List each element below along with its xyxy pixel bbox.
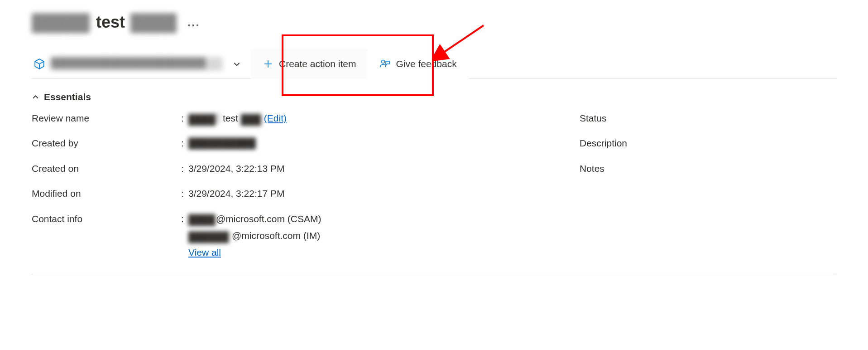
row-description: Description (580, 136, 836, 150)
label-description: Description (580, 136, 729, 150)
essentials-divider (32, 274, 836, 274)
essentials-grid: Review name : ████ test ███ (Edit) Creat… (32, 112, 836, 271)
value-contact-info: ████ @microsoft.com (CSAM) ██████ @micro… (188, 212, 321, 259)
command-bar: ███████████████████████ Create action it… (32, 49, 836, 79)
essentials-col-left: Review name : ████ test ███ (Edit) Creat… (32, 112, 552, 271)
feedback-icon (379, 58, 390, 69)
label-notes: Notes (580, 162, 729, 175)
page-title: █████ test ████ (32, 13, 171, 32)
essentials-col-right: Status Description Notes (580, 112, 836, 271)
row-modified-on: Modified on : 3/29/2024, 3:22:17 PM (32, 187, 552, 200)
row-review-name: Review name : ████ test ███ (Edit) (32, 112, 552, 125)
review-name-redacted-suffix: ███ (241, 113, 261, 124)
create-action-item-label: Create action item (279, 58, 356, 69)
essentials-header-label: Essentials (44, 92, 91, 102)
label-modified-on: Modified on (32, 187, 181, 200)
workload-dropdown[interactable]: ███████████████████████ (32, 49, 251, 78)
value-created-by: ██████████ (188, 136, 256, 147)
value-modified-on: 3/29/2024, 3:22:17 PM (188, 187, 285, 200)
plus-icon (263, 58, 273, 69)
dropdown-selected-text: ███████████████████████ (51, 57, 227, 71)
give-feedback-label: Give feedback (396, 58, 456, 69)
row-status: Status (580, 112, 836, 125)
edit-review-name-link[interactable]: (Edit) (264, 112, 287, 125)
label-review-name: Review name (32, 112, 181, 125)
contact-view-all-link[interactable]: View all (188, 246, 321, 259)
give-feedback-button[interactable]: Give feedback (368, 49, 468, 79)
title-text: test (96, 13, 125, 32)
essentials-toggle[interactable]: Essentials (32, 92, 91, 102)
title-redacted-suffix: ████ (130, 13, 171, 31)
label-contact-info: Contact info (32, 212, 181, 225)
label-created-on: Created on (32, 162, 181, 175)
row-created-on: Created on : 3/29/2024, 3:22:13 PM (32, 162, 552, 175)
page-header: █████ test ████ ... (32, 13, 836, 32)
more-menu-button[interactable]: ... (184, 14, 204, 31)
chevron-up-icon (32, 93, 39, 101)
package-icon (34, 58, 45, 70)
label-created-by: Created by (32, 136, 181, 150)
value-created-on: 3/29/2024, 3:22:13 PM (188, 162, 285, 175)
row-created-by: Created by : ██████████ (32, 136, 552, 150)
chevron-down-icon (233, 60, 241, 68)
title-redacted-prefix: █████ (32, 13, 91, 31)
essentials-section: Essentials Review name : ████ test ███ (… (32, 92, 836, 274)
row-notes: Notes (580, 162, 836, 175)
row-contact-info: Contact info : ████ @microsoft.com (CSAM… (32, 212, 552, 259)
create-action-item-button[interactable]: Create action item (251, 49, 368, 79)
label-status: Status (580, 112, 729, 125)
review-name-redacted-prefix: ████ (188, 113, 220, 124)
svg-point-2 (382, 60, 385, 63)
value-review-name: ████ test ███ (Edit) (188, 112, 287, 125)
